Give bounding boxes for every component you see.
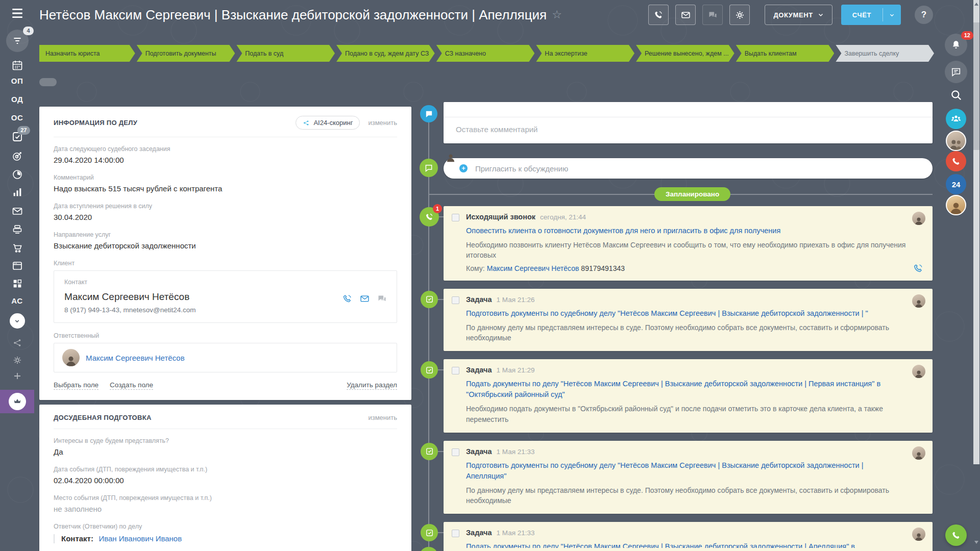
team-icon bbox=[946, 109, 966, 129]
scrollbar-thumb[interactable] bbox=[973, 22, 979, 150]
ai-scoring-button[interactable]: AI24-скоринг bbox=[296, 116, 360, 130]
avatar bbox=[62, 349, 80, 366]
defendant-name-link[interactable]: Иван Иванович Иванов bbox=[99, 534, 182, 543]
timeline-composer: Оставьте комментарий bbox=[444, 102, 933, 143]
apps-grid-icon bbox=[12, 278, 23, 289]
team-button[interactable] bbox=[939, 109, 973, 129]
sidebar-item-workspace[interactable] bbox=[0, 223, 34, 236]
pipeline-stage[interactable]: Решение вынесено, ждем ... bbox=[636, 45, 734, 62]
notifications-button[interactable]: 12 bbox=[939, 34, 973, 56]
sidebar-collapse-button[interactable] bbox=[0, 313, 34, 329]
sidebar-item-as[interactable]: АС bbox=[0, 296, 34, 305]
sidebar-item-mail[interactable] bbox=[0, 205, 34, 217]
stage-label: СЗ назначено bbox=[445, 50, 486, 57]
outgoing-call-icon: 1 bbox=[420, 207, 439, 227]
sidebar-item-calendar[interactable] bbox=[0, 59, 34, 71]
search-button[interactable] bbox=[939, 88, 973, 102]
contact-name[interactable]: Максим Сергеевич Нетёсов bbox=[64, 291, 386, 303]
recipient-name-link[interactable]: Максим Сергеевич Нетёсов bbox=[487, 264, 579, 272]
pipeline-stage[interactable]: СЗ назначено bbox=[436, 45, 535, 62]
pipeline-stage[interactable]: Выдать клиентам bbox=[736, 45, 835, 62]
sidebar-item-crm[interactable]: 4 bbox=[0, 30, 34, 52]
entry-title-link[interactable]: Подать документы по делу "Нетёсов Максим… bbox=[466, 379, 923, 400]
invoice-button[interactable]: СЧЁТ bbox=[841, 5, 901, 25]
settings-button[interactable] bbox=[729, 5, 750, 25]
entry-title-link[interactable]: Подготовить документы по судебному делу … bbox=[466, 308, 923, 319]
comment-input[interactable]: Оставьте комментарий bbox=[444, 117, 933, 143]
invite-to-discussion[interactable]: + Пригласить к обсуждению bbox=[444, 158, 933, 179]
contact-call-icon[interactable] bbox=[342, 293, 353, 304]
invite-placeholder: Пригласить к обсуждению bbox=[475, 164, 568, 173]
help-button[interactable]: ? bbox=[915, 6, 933, 24]
sidebar-item-os[interactable]: ОС bbox=[0, 113, 34, 122]
entry-checkbox[interactable] bbox=[452, 214, 459, 221]
sidebar-add-button[interactable] bbox=[0, 371, 34, 381]
main-menu-button[interactable] bbox=[0, 8, 34, 19]
sidebar-item-op[interactable]: ОП bbox=[0, 77, 34, 85]
entry-checkbox[interactable] bbox=[452, 530, 459, 537]
document-button[interactable]: ДОКУМЕНТ bbox=[765, 5, 832, 25]
sidebar-item-settings[interactable] bbox=[0, 355, 34, 365]
pipeline-stage[interactable]: Назначить юриста bbox=[39, 45, 135, 62]
scrollbar-down-arrow[interactable] bbox=[974, 541, 978, 544]
chat-button[interactable] bbox=[702, 5, 723, 25]
entry-checkbox[interactable] bbox=[452, 448, 459, 456]
entry-description: Необходимо подать документы в "Октябрьск… bbox=[466, 404, 923, 424]
sidebar-item-stats[interactable] bbox=[0, 187, 34, 198]
timeline-entry: Задача 1 Мая 21:33 Подготовить документы… bbox=[444, 441, 933, 514]
pipeline-stage[interactable]: Подать в суд bbox=[236, 45, 335, 62]
call-action-icon[interactable] bbox=[913, 263, 924, 274]
create-field-link[interactable]: Создать поле bbox=[110, 381, 153, 390]
pipeline-stage[interactable]: Подготовить документы bbox=[137, 45, 235, 62]
entry-checkbox[interactable] bbox=[452, 296, 459, 304]
sidebar-item-sites[interactable] bbox=[0, 260, 34, 272]
entry-checkbox[interactable] bbox=[452, 367, 459, 374]
responsible-name-link[interactable]: Максим Сергеевич Нетёсов bbox=[86, 354, 185, 362]
history-chat-button[interactable] bbox=[939, 61, 973, 83]
sidebar-item-bitrix24[interactable] bbox=[0, 390, 34, 413]
pipeline-stage[interactable]: На экспертизе bbox=[536, 45, 634, 62]
group-avatar[interactable] bbox=[939, 131, 973, 151]
stage-label: Назначить юриста bbox=[45, 50, 100, 57]
deal-tab[interactable] bbox=[39, 78, 57, 86]
sidebar-item-apps[interactable] bbox=[0, 278, 34, 289]
document-button-label: ДОКУМЕНТ bbox=[773, 11, 813, 19]
select-field-link[interactable]: Выбрать поле bbox=[54, 381, 99, 390]
scrollbar-up-arrow[interactable] bbox=[974, 3, 978, 6]
entry-title-link[interactable]: Подготовить документы по судебному делу … bbox=[466, 460, 923, 482]
call-button[interactable] bbox=[648, 5, 669, 25]
entry-title-link[interactable]: Оповестить клиента о готовности документ… bbox=[466, 226, 923, 236]
bitrix24-badge[interactable]: 24 bbox=[939, 174, 973, 194]
pipeline-stage[interactable]: Подано в суд, ждем дату СЗ bbox=[336, 45, 435, 62]
case-info-fields: Дата следующего судебного заседания 29.0… bbox=[54, 145, 397, 250]
support-button[interactable] bbox=[939, 524, 973, 546]
contact-email-icon[interactable] bbox=[359, 293, 370, 304]
avatar bbox=[912, 446, 925, 460]
sidebar-item-tasks[interactable]: 27 bbox=[0, 131, 34, 143]
field-label: Дата вступления решения в силу bbox=[54, 203, 397, 210]
user-avatar[interactable] bbox=[939, 195, 973, 215]
email-button[interactable] bbox=[675, 5, 696, 25]
sidebar-item-time[interactable] bbox=[0, 168, 34, 181]
b24-label: 24 bbox=[946, 174, 966, 194]
edit-section-link[interactable]: изменить bbox=[368, 119, 397, 127]
edit-section-link[interactable]: изменить bbox=[368, 414, 397, 421]
page-title: Нетёсов Максим Сергеевич | Взыскание деб… bbox=[39, 7, 547, 23]
entry-date: сегодня, 21:44 bbox=[540, 213, 586, 221]
sidebar-item-network[interactable] bbox=[0, 338, 34, 348]
chevron-down-icon bbox=[10, 313, 25, 329]
chevron-down-icon[interactable] bbox=[883, 12, 901, 18]
page-scrollbar[interactable] bbox=[973, 0, 980, 551]
pipeline-stage[interactable]: Завершить сделку bbox=[836, 45, 934, 62]
entry-description: По данному делу мы представляем интересы… bbox=[466, 322, 923, 343]
contact-chat-icon[interactable] bbox=[377, 293, 387, 304]
delete-section-link[interactable]: Удалить раздел bbox=[347, 381, 397, 390]
favorite-star-icon[interactable]: ☆ bbox=[552, 8, 562, 21]
sidebar-item-crm-target[interactable] bbox=[0, 150, 34, 162]
pretrial-panel: ДОСУДЕБНАЯ ПОДГОТОВКА изменить Интересы … bbox=[39, 405, 411, 551]
sidebar-item-shop[interactable] bbox=[0, 242, 34, 254]
sidebar-item-od[interactable]: ОД bbox=[0, 95, 34, 104]
ai-scoring-label: AI24-скоринг bbox=[313, 119, 353, 127]
telephony-button[interactable] bbox=[939, 151, 973, 171]
stage-label: Подать в суд bbox=[245, 50, 283, 57]
